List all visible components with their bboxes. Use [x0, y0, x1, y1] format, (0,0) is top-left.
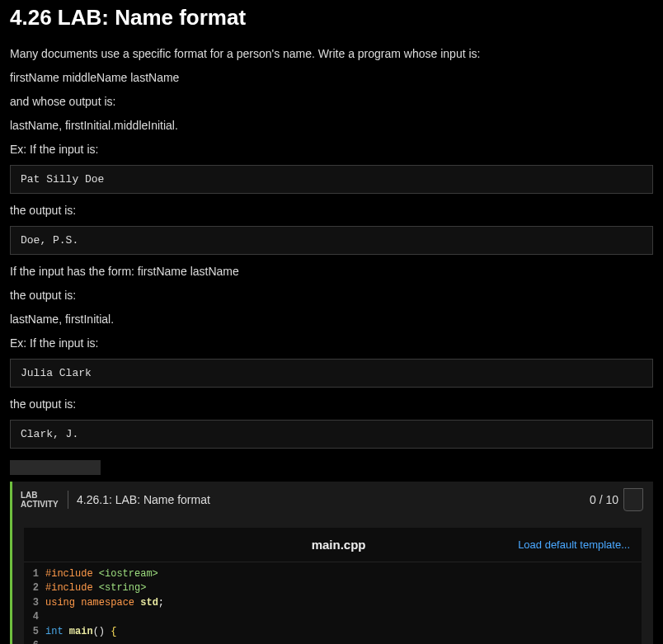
code-editor-panel: main.cpp Load default template... 1 #inc…: [24, 528, 642, 644]
line-number: 6: [24, 639, 45, 644]
activity-type-line2: ACTIVITY: [21, 500, 59, 509]
line-number: 1: [24, 567, 45, 581]
code-token: (): [93, 626, 111, 637]
activity-header: LAB ACTIVITY 4.26.1: LAB: Name format 0 …: [12, 482, 653, 518]
code-line[interactable]: 6: [24, 639, 642, 644]
activity-type-line1: LAB: [21, 491, 59, 500]
instruction-text: Ex: If the input is:: [10, 141, 653, 158]
activity-title: 4.26.1: LAB: Name format: [77, 493, 590, 506]
instruction-text: the output is:: [10, 287, 653, 304]
activity-score: 0 / 10: [590, 493, 618, 506]
instruction-text: and whose output is:: [10, 93, 653, 110]
instruction-text: lastName, firstInitial.: [10, 311, 653, 328]
instruction-text: Many documents use a specific format for…: [10, 45, 653, 63]
code-token: std: [140, 597, 158, 609]
activity-type-label: LAB ACTIVITY: [21, 491, 68, 509]
code-token: using: [45, 597, 81, 609]
example-output-box: Clark, J.: [10, 420, 653, 449]
code-token: main: [69, 626, 93, 637]
example-input-box: Pat Silly Doe: [10, 165, 653, 194]
code-token: int: [45, 626, 69, 637]
code-token: {: [110, 626, 116, 637]
score-shield-icon[interactable]: [623, 488, 643, 511]
code-token: ;: [158, 597, 164, 609]
code-token: #include: [45, 568, 99, 580]
code-line[interactable]: 3 using namespace std;: [24, 596, 642, 610]
code-editor[interactable]: 1 #include <iostream> 2 #include <string…: [24, 562, 642, 644]
instruction-text: the output is:: [10, 396, 653, 413]
code-token: <iostream>: [99, 568, 158, 580]
page-title: 4.26 LAB: Name format: [10, 5, 653, 31]
load-default-template-link[interactable]: Load default template...: [518, 538, 630, 551]
line-number: 5: [24, 625, 45, 639]
placeholder-block: [10, 460, 101, 475]
example-input-box: Julia Clark: [10, 359, 653, 388]
instruction-text: firstName middleName lastName: [10, 69, 653, 87]
code-line[interactable]: 1 #include <iostream>: [24, 567, 642, 581]
line-number: 3: [24, 596, 45, 610]
instruction-text: If the input has the form: firstName las…: [10, 263, 653, 280]
editor-toolbar: main.cpp Load default template...: [24, 528, 642, 562]
instruction-text: Ex: If the input is:: [10, 335, 653, 352]
example-output-box: Doe, P.S.: [10, 226, 653, 255]
instruction-text: lastName, firstInitial.middleInitial.: [10, 117, 653, 134]
instruction-text: the output is:: [10, 202, 653, 219]
editor-filename: main.cpp: [159, 538, 518, 552]
line-number: 4: [24, 610, 45, 624]
code-token: #include: [45, 582, 99, 594]
line-number: 2: [24, 581, 45, 595]
code-line[interactable]: 2 #include <string>: [24, 581, 642, 595]
code-token: namespace: [81, 597, 140, 609]
lab-activity-panel: LAB ACTIVITY 4.26.1: LAB: Name format 0 …: [10, 482, 653, 644]
code-line[interactable]: 5 int main() {: [24, 625, 642, 639]
code-line[interactable]: 4: [24, 610, 642, 624]
code-token: <string>: [99, 582, 147, 594]
